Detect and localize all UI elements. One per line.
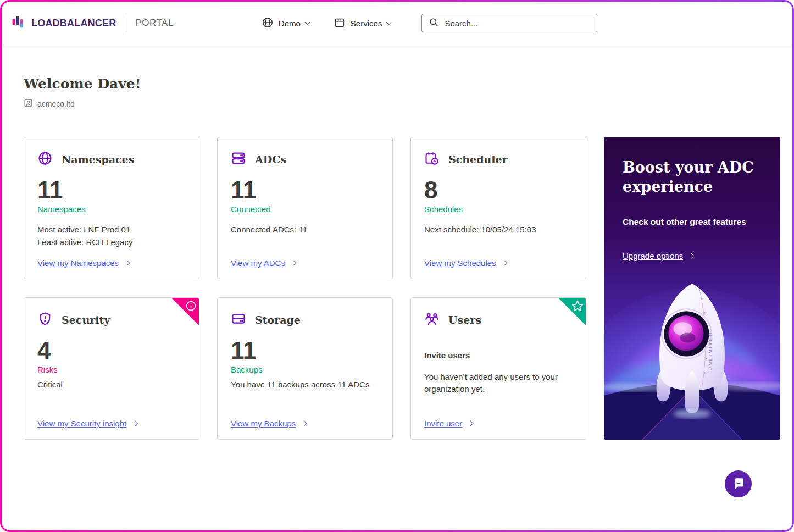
services-dropdown[interactable]: Services xyxy=(334,16,391,30)
services-box-icon xyxy=(334,16,346,30)
promo-subtitle: Check out other great features xyxy=(623,217,762,227)
org-dropdown-label: Demo xyxy=(279,19,301,28)
chevron-right-icon xyxy=(125,261,130,266)
header-nav: Demo Services xyxy=(262,16,391,30)
invite-user-link[interactable]: Invite user xyxy=(424,419,573,428)
portal-page: LOADBALANCER PORTAL Demo xyxy=(2,2,792,530)
dashboard: Welcome Dave! acmeco.ltd Na xyxy=(2,76,792,440)
boost-promo-panel: Boost your ADC experience Check out othe… xyxy=(604,137,780,440)
card-title: Scheduler xyxy=(448,153,508,165)
chat-widget-button[interactable] xyxy=(725,470,752,497)
calendar-clock-icon xyxy=(424,151,440,168)
search-box[interactable] xyxy=(421,14,597,32)
chevron-right-icon xyxy=(468,421,474,426)
brand-divider xyxy=(126,15,126,31)
upgrade-options-link[interactable]: Upgrade options xyxy=(623,251,762,261)
view-namespaces-link[interactable]: View my Namespaces xyxy=(37,258,186,268)
users-group-icon xyxy=(424,311,440,329)
users-card: Users Invite users You haven’t added any… xyxy=(410,297,586,440)
card-title: Namespaces xyxy=(62,153,135,165)
card-grid: Namespaces 11 Namespaces Most active: LN… xyxy=(24,137,792,440)
card-title: Security xyxy=(62,314,110,326)
search-input[interactable] xyxy=(445,19,590,28)
risks-count: 4 xyxy=(37,339,186,363)
schedules-count: 8 xyxy=(424,178,573,202)
card-title: Users xyxy=(448,314,481,326)
storage-card: Storage 11 Backups You have 11 backups a… xyxy=(217,297,393,440)
chevron-right-icon xyxy=(302,421,307,426)
namespaces-count: 11 xyxy=(37,178,186,202)
backups-line: You have 11 backups across 11 ADCs xyxy=(231,379,379,391)
invite-users-heading: Invite users xyxy=(424,351,573,360)
count-label: Connected xyxy=(231,204,379,214)
org-identity: acmeco.ltd xyxy=(24,98,792,109)
globe-icon xyxy=(37,151,53,168)
rocket-unlimited-label: UNLIMITED xyxy=(708,331,713,371)
chevron-right-icon xyxy=(132,421,138,426)
info-icon[interactable] xyxy=(185,300,197,314)
count-label: Risks xyxy=(37,365,186,374)
chevron-down-icon xyxy=(386,19,392,25)
chevron-right-icon xyxy=(689,253,695,259)
promo-title: Boost your ADC experience xyxy=(623,158,762,196)
count-label: Namespaces xyxy=(37,204,186,214)
star-icon xyxy=(571,300,584,314)
scheduler-card: Scheduler 8 Schedules Next schedule: 10/… xyxy=(410,137,586,279)
security-card: Security 4 Risks Critical View my Securi… xyxy=(24,297,199,440)
shield-alert-icon xyxy=(37,311,53,329)
adcs-count: 11 xyxy=(231,178,379,202)
view-schedules-link[interactable]: View my Schedules xyxy=(424,258,573,268)
most-active-line: Most active: LNF Prod 01 xyxy=(37,224,186,236)
card-title: Storage xyxy=(255,314,301,326)
account-icon xyxy=(24,98,33,109)
chevron-right-icon xyxy=(291,261,296,266)
view-backups-link[interactable]: View my Backups xyxy=(231,419,379,428)
view-adcs-link[interactable]: View my ADCs xyxy=(231,258,379,268)
org-name: acmeco.ltd xyxy=(37,99,75,108)
top-bar: LOADBALANCER PORTAL Demo xyxy=(2,2,792,45)
globe-icon xyxy=(262,16,274,30)
count-label: Backups xyxy=(231,365,379,374)
namespaces-card: Namespaces 11 Namespaces Most active: LN… xyxy=(24,137,199,279)
count-label: Schedules xyxy=(424,204,573,214)
connected-adcs-line: Connected ADCs: 11 xyxy=(231,224,379,236)
portal-label: PORTAL xyxy=(135,18,173,29)
chevron-down-icon xyxy=(304,19,310,25)
services-dropdown-label: Services xyxy=(351,19,382,28)
chevron-right-icon xyxy=(502,261,507,266)
risk-severity: Critical xyxy=(37,379,186,391)
users-empty-text: You haven’t added any users to your orga… xyxy=(424,371,562,395)
loadbalancer-logo[interactable]: LOADBALANCER PORTAL xyxy=(12,15,174,31)
rocket-illustration: UNLIMITED xyxy=(604,283,780,440)
adcs-card: ADCs 11 Connected Connected ADCs: 11 Vie… xyxy=(217,137,393,279)
backups-count: 11 xyxy=(231,339,379,363)
page-frame: LOADBALANCER PORTAL Demo xyxy=(0,0,794,532)
servers-icon xyxy=(231,151,246,168)
least-active-line: Least active: RCH Legacy xyxy=(37,236,186,249)
page-title: Welcome Dave! xyxy=(24,76,792,92)
hard-drive-icon xyxy=(231,311,246,329)
logo-wordmark: LOADBALANCER xyxy=(31,18,116,29)
card-title: ADCs xyxy=(255,153,286,165)
next-schedule-line: Next schedule: 10/05/24 15:03 xyxy=(424,224,573,236)
search-icon xyxy=(429,17,439,30)
chat-bubble-icon xyxy=(731,476,746,492)
org-dropdown[interactable]: Demo xyxy=(262,16,309,30)
view-security-link[interactable]: View my Security insight xyxy=(37,419,186,428)
loadbalancer-logo-icon xyxy=(12,15,26,31)
